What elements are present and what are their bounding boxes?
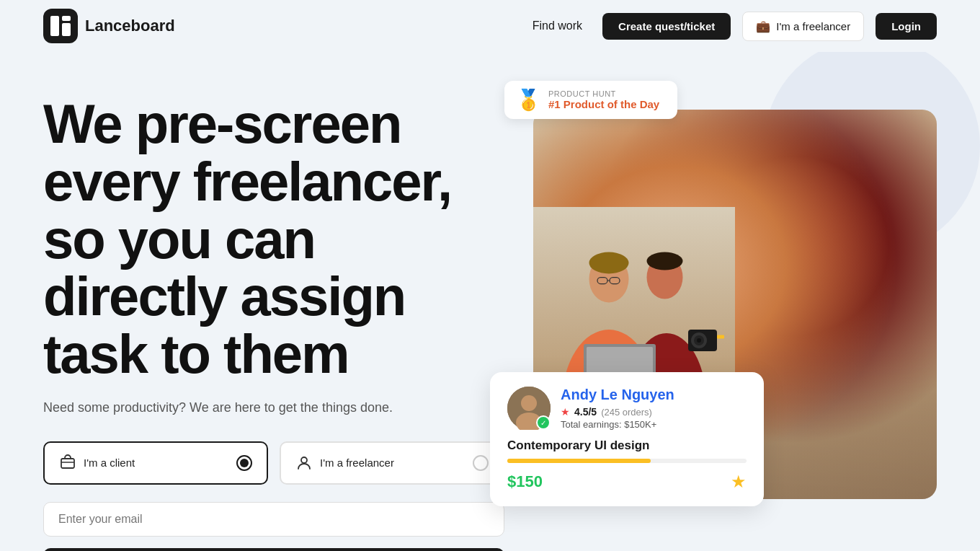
svg-rect-23 — [717, 335, 724, 339]
role-client-card[interactable]: I'm a client — [43, 441, 268, 485]
nav-right: Find work Create quest/ticket 💼 I'm a fr… — [524, 12, 937, 41]
price-text: $150 — [507, 472, 543, 491]
star-icon: ★ — [561, 406, 570, 418]
login-button[interactable]: Login — [876, 13, 937, 40]
progress-bar-container — [507, 459, 747, 463]
create-quest-button[interactable]: Create quest/ticket — [602, 13, 731, 40]
briefcase-icon: 💼 — [756, 19, 770, 33]
hero-heading: We pre-screen every freelancer, so you c… — [43, 95, 504, 383]
client-icon — [59, 454, 76, 472]
svg-point-22 — [697, 338, 701, 343]
logo[interactable]: Lanceboard — [43, 9, 175, 43]
role-client-left: I'm a client — [59, 454, 135, 472]
freelancer-icon — [295, 454, 313, 472]
email-input[interactable] — [58, 513, 489, 526]
client-label: I'm a client — [84, 457, 135, 469]
freelancer-card: ✓ Andy Le Nguyen ★ 4.5/5 (245 orders) To… — [490, 372, 764, 506]
progress-bar-fill — [507, 459, 651, 463]
ph-text-container: PRODUCT HUNT #1 Product of the Day — [548, 89, 659, 110]
logo-icon — [43, 9, 78, 43]
photo-overlay — [735, 110, 937, 499]
client-radio[interactable] — [236, 455, 252, 471]
im-freelancer-button[interactable]: 💼 I'm a freelancer — [742, 12, 864, 41]
find-work-link[interactable]: Find work — [524, 14, 591, 38]
ph-label-main: #1 Product of the Day — [548, 98, 659, 110]
svg-rect-3 — [62, 16, 71, 21]
navbar: Lanceboard Find work Create quest/ticket… — [0, 0, 980, 52]
svg-rect-2 — [62, 23, 71, 36]
svg-point-25 — [521, 395, 537, 411]
right-section: 🥇 PRODUCT HUNT #1 Product of the Day — [533, 81, 937, 513]
service-title: Contemporary UI design — [507, 438, 747, 453]
orders-count: (245 orders) — [601, 407, 652, 418]
freelancer-info: Andy Le Nguyen ★ 4.5/5 (245 orders) Tota… — [561, 387, 674, 430]
avatar-badge: ✓ — [536, 415, 551, 430]
role-selector: I'm a client I'm a freelancer — [43, 441, 504, 485]
svg-point-5 — [301, 457, 307, 463]
svg-rect-4 — [61, 459, 74, 468]
logo-text: Lanceboard — [85, 17, 175, 35]
svg-point-16 — [647, 252, 683, 270]
svg-point-10 — [589, 252, 629, 274]
freelancer-radio[interactable] — [473, 455, 489, 471]
ph-label-top: PRODUCT HUNT — [548, 89, 659, 98]
verified-icon: ✓ — [540, 419, 546, 427]
medal-icon: 🥇 — [516, 88, 541, 112]
earnings-text: Total earnings: $150K+ — [561, 419, 674, 430]
svg-rect-0 — [43, 9, 78, 43]
left-section: We pre-screen every freelancer, so you c… — [43, 81, 504, 551]
role-freelancer-card[interactable]: I'm a freelancer — [280, 441, 504, 485]
price-star-icon: ★ — [731, 472, 747, 492]
rating-row: ★ 4.5/5 (245 orders) — [561, 406, 674, 418]
product-hunt-badge: 🥇 PRODUCT HUNT #1 Product of the Day — [504, 81, 677, 119]
freelancer-card-top: ✓ Andy Le Nguyen ★ 4.5/5 (245 orders) To… — [507, 387, 747, 430]
email-input-wrapper[interactable] — [43, 502, 504, 537]
svg-rect-1 — [50, 16, 59, 36]
avatar-wrapper: ✓ — [507, 387, 551, 430]
freelancer-name: Andy Le Nguyen — [561, 387, 674, 403]
role-freelancer-left: I'm a freelancer — [295, 454, 394, 472]
hero-subtitle: Need some productivity? We are here to g… — [43, 400, 504, 415]
signup-button[interactable]: Sign up for early access — [43, 548, 504, 551]
main-content: We pre-screen every freelancer, so you c… — [0, 52, 980, 551]
price-row: $150 ★ — [507, 472, 747, 492]
client-radio-inner — [240, 459, 249, 467]
rating-value: 4.5/5 — [574, 406, 597, 418]
freelancer-label: I'm a freelancer — [320, 457, 394, 469]
